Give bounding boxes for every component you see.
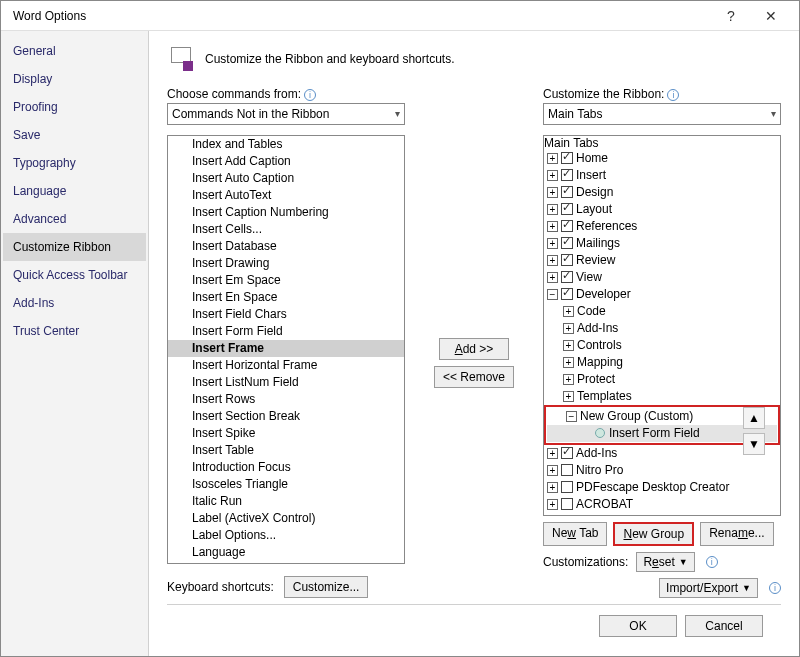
reset-button[interactable]: Reset▼ xyxy=(636,552,694,572)
ribbon-tree[interactable]: Main Tabs+Home+Insert+Design+Layout+Refe… xyxy=(543,135,781,516)
tree-tab[interactable]: +Design xyxy=(544,184,780,201)
customize-ribbon-combo[interactable]: Main Tabs ▾ xyxy=(543,103,781,125)
left-pane: Choose commands from:i Commands Not in t… xyxy=(167,87,405,598)
command-item[interactable]: Insert Horizontal Frame xyxy=(168,357,404,374)
sidebar-item-quick-access-toolbar[interactable]: Quick Access Toolbar xyxy=(3,261,146,289)
command-item[interactable]: Label (ActiveX Control) xyxy=(168,510,404,527)
command-item[interactable]: Introduction Focus xyxy=(168,459,404,476)
tree-tab[interactable]: +References xyxy=(544,218,780,235)
command-item[interactable]: Insert Drawing xyxy=(168,255,404,272)
command-item[interactable]: Index and Tables xyxy=(168,136,404,153)
command-icon xyxy=(172,341,188,355)
new-group-button[interactable]: New Group xyxy=(613,522,694,546)
tree-tab[interactable]: +View xyxy=(544,269,780,286)
tree-tab[interactable]: +Nitro Pro xyxy=(544,462,780,479)
combo-value: Commands Not in the Ribbon xyxy=(172,107,329,121)
rename-button[interactable]: Rename... xyxy=(700,522,773,546)
tree-group[interactable]: +Templates xyxy=(544,388,780,405)
command-item[interactable]: Insert Frame xyxy=(168,340,404,357)
info-icon[interactable]: i xyxy=(706,556,718,568)
sidebar-item-display[interactable]: Display xyxy=(3,65,146,93)
sidebar-item-customize-ribbon[interactable]: Customize Ribbon xyxy=(3,233,146,261)
command-item[interactable]: Insert Section Break xyxy=(168,408,404,425)
tree-tab[interactable]: +Layout xyxy=(544,201,780,218)
sidebar-item-advanced[interactable]: Advanced xyxy=(3,205,146,233)
tree-tab[interactable]: +Home xyxy=(544,150,780,167)
ok-button[interactable]: OK xyxy=(599,615,677,637)
chevron-down-icon: ▾ xyxy=(771,108,776,119)
main-panel: Customize the Ribbon and keyboard shortc… xyxy=(149,31,799,656)
tree-group[interactable]: +Add-Ins xyxy=(544,320,780,337)
command-item[interactable]: Isosceles Triangle xyxy=(168,476,404,493)
tree-tab[interactable]: +Review xyxy=(544,252,780,269)
ribbon-customize-icon xyxy=(167,45,195,73)
sidebar-item-language[interactable]: Language xyxy=(3,177,146,205)
command-icon xyxy=(172,477,188,491)
command-item[interactable]: Language xyxy=(168,544,404,561)
info-icon[interactable]: i xyxy=(667,89,679,101)
tree-tab[interactable]: +Insert xyxy=(544,167,780,184)
sidebar-item-typography[interactable]: Typography xyxy=(3,149,146,177)
command-item[interactable]: Insert Caption Numbering xyxy=(168,204,404,221)
command-item[interactable]: Insert Spike xyxy=(168,425,404,442)
tree-tab[interactable]: +PDFescape Desktop Creator xyxy=(544,479,780,496)
command-item[interactable]: Insert Table xyxy=(168,442,404,459)
tree-tab-developer[interactable]: −Developer xyxy=(544,286,780,303)
sidebar-item-save[interactable]: Save xyxy=(3,121,146,149)
dialog-title: Word Options xyxy=(13,9,711,23)
command-item[interactable]: Insert Form Field xyxy=(168,323,404,340)
dialog-footer: OK Cancel xyxy=(167,604,781,646)
help-button[interactable]: ? xyxy=(711,8,751,24)
tree-group[interactable]: +Mapping xyxy=(544,354,780,371)
reorder-arrows: ▲ ▼ xyxy=(743,407,765,455)
tree-tab[interactable]: +Mailings xyxy=(544,235,780,252)
dialog-body: GeneralDisplayProofingSaveTypographyLang… xyxy=(1,31,799,656)
cancel-button[interactable]: Cancel xyxy=(685,615,763,637)
command-item[interactable]: Label Options... xyxy=(168,527,404,544)
command-icon xyxy=(172,239,188,253)
customize-ribbon-label: Customize the Ribbon:i xyxy=(543,87,781,101)
command-icon xyxy=(172,205,188,219)
tree-tab[interactable]: +ACROBAT xyxy=(544,496,780,513)
command-item[interactable]: Insert Em Space xyxy=(168,272,404,289)
right-pane: Customize the Ribbon:i Main Tabs ▾ Main … xyxy=(543,87,781,598)
new-tab-button[interactable]: New Tab xyxy=(543,522,607,546)
sidebar-item-general[interactable]: General xyxy=(3,37,146,65)
sidebar-item-proofing[interactable]: Proofing xyxy=(3,93,146,121)
move-down-button[interactable]: ▼ xyxy=(743,433,765,455)
transfer-buttons: Add >> << Remove xyxy=(433,87,515,598)
command-item[interactable]: Insert Field Chars xyxy=(168,306,404,323)
close-button[interactable]: ✕ xyxy=(751,8,791,24)
command-item[interactable]: Insert Database xyxy=(168,238,404,255)
tree-group[interactable]: +Protect xyxy=(544,371,780,388)
two-pane-row: Choose commands from:i Commands Not in t… xyxy=(167,87,781,598)
command-item[interactable]: Insert Rows xyxy=(168,391,404,408)
tree-group[interactable]: +Code xyxy=(544,303,780,320)
commands-listbox[interactable]: Index and TablesInsert Add CaptionInsert… xyxy=(167,135,405,564)
command-item[interactable]: Insert ListNum Field xyxy=(168,374,404,391)
info-icon[interactable]: i xyxy=(304,89,316,101)
command-item[interactable]: Italic Run xyxy=(168,493,404,510)
info-icon[interactable]: i xyxy=(769,582,781,594)
import-export-button[interactable]: Import/Export▼ xyxy=(659,578,758,598)
command-icon xyxy=(172,545,188,559)
customizations-row: Customizations: Reset▼ i xyxy=(543,552,781,572)
add-button[interactable]: Add >> xyxy=(439,338,509,360)
command-item[interactable]: Insert En Space xyxy=(168,289,404,306)
chevron-down-icon: ▼ xyxy=(742,583,751,593)
move-up-button[interactable]: ▲ xyxy=(743,407,765,429)
command-icon xyxy=(172,443,188,457)
tree-header: Main Tabs xyxy=(544,136,780,150)
remove-button[interactable]: << Remove xyxy=(434,366,514,388)
choose-commands-combo[interactable]: Commands Not in the Ribbon ▾ xyxy=(167,103,405,125)
command-item[interactable]: Learn from document... xyxy=(168,561,404,563)
tree-group[interactable]: +Controls xyxy=(544,337,780,354)
command-item[interactable]: Insert Auto Caption xyxy=(168,170,404,187)
command-item[interactable]: Insert Add Caption xyxy=(168,153,404,170)
command-item[interactable]: Insert Cells... xyxy=(168,221,404,238)
command-item[interactable]: Insert AutoText xyxy=(168,187,404,204)
sidebar-item-trust-center[interactable]: Trust Center xyxy=(3,317,146,345)
customize-shortcuts-button[interactable]: Customize... xyxy=(284,576,369,598)
sidebar-item-add-ins[interactable]: Add-Ins xyxy=(3,289,146,317)
titlebar: Word Options ? ✕ xyxy=(1,1,799,31)
